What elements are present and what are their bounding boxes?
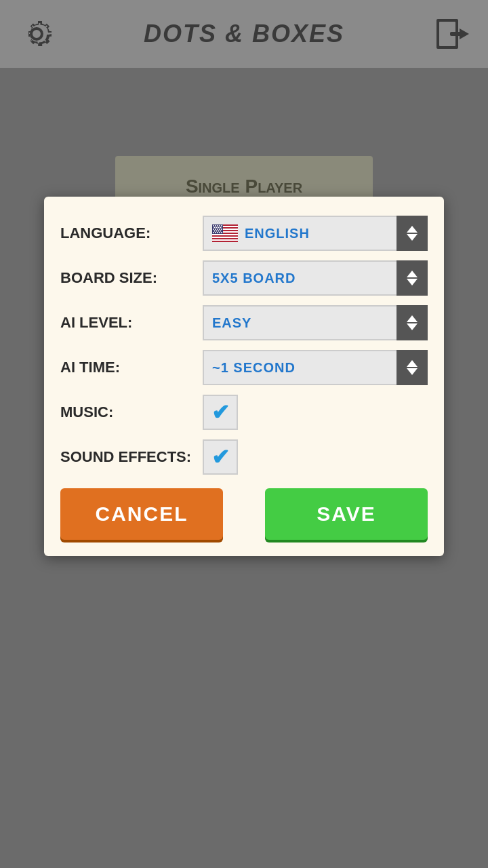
ai-time-row: AI Time: ~1 Second <box>60 350 428 385</box>
svg-point-25 <box>221 229 222 230</box>
svg-marker-3 <box>460 28 469 39</box>
ai-time-label: AI Time: <box>60 359 203 376</box>
svg-point-32 <box>217 232 218 233</box>
sound-effects-label: Sound Effects: <box>60 448 203 466</box>
svg-point-30 <box>213 232 214 233</box>
board-size-row: Board Size: 5x5 Board <box>60 260 428 296</box>
svg-point-15 <box>219 225 220 226</box>
svg-point-21 <box>213 229 214 230</box>
svg-point-29 <box>220 231 222 232</box>
spinner-down-arrow <box>407 279 418 285</box>
svg-point-23 <box>217 229 218 230</box>
spinner-down-arrow <box>407 234 418 241</box>
ai-level-spinner[interactable] <box>396 305 428 340</box>
ai-time-field[interactable]: ~1 Second <box>203 350 396 385</box>
svg-point-27 <box>216 231 218 232</box>
header: Dots & Boxes <box>0 0 488 68</box>
sound-effects-checkmark: ✔ <box>211 446 230 468</box>
board-size-field[interactable]: 5x5 Board <box>203 260 396 296</box>
svg-point-24 <box>219 229 220 230</box>
dialog-buttons: Cancel Save <box>60 488 428 540</box>
board-size-select-wrapper: 5x5 Board <box>203 260 428 296</box>
us-flag-icon <box>212 224 238 242</box>
svg-point-22 <box>215 229 216 230</box>
ai-level-label: AI Level: <box>60 314 203 332</box>
svg-rect-8 <box>212 234 238 235</box>
settings-dialog: Language: <box>44 197 444 556</box>
ai-level-select-wrapper: Easy <box>203 305 428 340</box>
background-area: Single Player Language: <box>0 68 488 868</box>
gear-icon[interactable] <box>16 14 57 54</box>
header-title: Dots & Boxes <box>144 20 344 48</box>
spinner-down-arrow <box>407 323 418 330</box>
svg-point-28 <box>218 231 220 232</box>
svg-point-18 <box>216 227 218 229</box>
spinner-down-arrow <box>407 368 418 375</box>
ai-level-value: Easy <box>212 315 251 331</box>
svg-point-16 <box>221 225 222 226</box>
svg-point-26 <box>214 231 216 232</box>
ai-level-row: AI Level: Easy <box>60 305 428 340</box>
music-row: Music: ✔ <box>60 395 428 430</box>
ai-time-spinner[interactable] <box>396 350 428 385</box>
spinner-up-arrow <box>407 315 418 322</box>
ai-time-value: ~1 Second <box>212 360 296 376</box>
language-spinner[interactable] <box>396 216 428 251</box>
spinner-up-arrow <box>407 226 418 233</box>
sound-effects-row: Sound Effects: ✔ <box>60 439 428 475</box>
single-player-label: Single Player <box>186 176 302 197</box>
board-size-value: 5x5 Board <box>212 271 296 286</box>
music-checkmark: ✔ <box>211 401 230 423</box>
language-value: English <box>245 226 310 241</box>
svg-point-33 <box>219 232 220 233</box>
svg-point-17 <box>214 227 216 229</box>
save-button[interactable]: Save <box>265 488 428 540</box>
svg-point-12 <box>213 225 214 226</box>
spinner-up-arrow <box>407 360 418 367</box>
svg-point-31 <box>215 232 216 233</box>
svg-point-13 <box>215 225 216 226</box>
ai-time-select-wrapper: ~1 Second <box>203 350 428 385</box>
sound-effects-checkbox[interactable]: ✔ <box>203 439 238 475</box>
board-size-spinner[interactable] <box>396 260 428 296</box>
exit-icon[interactable] <box>431 14 472 54</box>
svg-point-20 <box>220 227 222 229</box>
svg-point-19 <box>218 227 220 229</box>
ai-level-field[interactable]: Easy <box>203 305 396 340</box>
language-select-wrapper: English <box>203 216 428 251</box>
board-size-label: Board Size: <box>60 269 203 287</box>
svg-point-14 <box>217 225 218 226</box>
language-field[interactable]: English <box>203 216 396 251</box>
music-label: Music: <box>60 403 203 421</box>
cancel-button[interactable]: Cancel <box>60 488 223 540</box>
spinner-up-arrow <box>407 271 418 277</box>
language-row: Language: <box>60 216 428 251</box>
music-checkbox[interactable]: ✔ <box>203 395 238 430</box>
svg-rect-9 <box>212 237 238 238</box>
language-label: Language: <box>60 224 203 242</box>
svg-rect-10 <box>212 239 238 241</box>
svg-point-34 <box>221 232 222 233</box>
